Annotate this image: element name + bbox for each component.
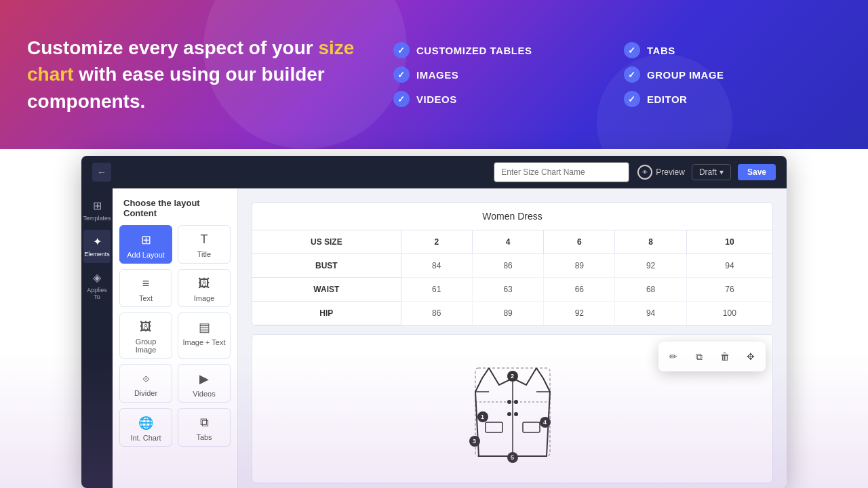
svg-point-7: [507, 400, 511, 404]
check-icon: ✓: [393, 42, 410, 58]
svg-point-8: [507, 412, 511, 416]
element-label: Text: [139, 294, 153, 302]
feature-item: ✓CUSTOMIZED TABLES: [393, 42, 610, 58]
hero-content: Customize every aspect of your size char…: [0, 0, 868, 149]
save-button[interactable]: Save: [738, 164, 776, 180]
app-body: ⊞Templates✦Elements◈Applies To Choose th…: [81, 188, 787, 488]
sidebar-item-elements[interactable]: ✦Elements: [83, 230, 111, 263]
copy-button[interactable]: ⧉: [687, 344, 711, 369]
hero-features: ✓CUSTOMIZED TABLES✓TABS✓IMAGES✓GROUP IMA…: [366, 42, 841, 107]
feature-label: EDITOR: [647, 94, 687, 105]
measure-dot-5: 5: [507, 452, 518, 463]
element-card-divider[interactable]: ⟐Divider: [119, 364, 172, 403]
table-cell: 89: [472, 302, 543, 325]
feature-label: GROUP IMAGE: [647, 69, 724, 81]
size-table: US SIZE246810BUST8486899294WAIST61636668…: [252, 230, 772, 325]
delete-button[interactable]: 🗑: [713, 344, 737, 369]
element-card-tabs[interactable]: ⧉Tabs: [178, 408, 231, 447]
preview-label: Preview: [656, 167, 685, 177]
element-icon: ▤: [199, 320, 210, 335]
sidebar-item-applies to[interactable]: ◈Applies To: [83, 266, 111, 306]
element-card-title[interactable]: TTitle: [178, 225, 231, 264]
element-card-add-layout[interactable]: ⊞Add Layout: [119, 225, 172, 264]
feature-label: TABS: [647, 45, 675, 56]
row-label: BUST: [252, 254, 401, 278]
left-panel: Choose the layout Content ⊞Add LayoutTTi…: [113, 188, 238, 488]
element-card-text[interactable]: ≡Text: [119, 269, 172, 307]
check-icon: ✓: [393, 91, 410, 107]
sidebar-item-templates[interactable]: ⊞Templates: [83, 194, 111, 227]
table-header: 8: [615, 230, 686, 254]
element-label: Group Image: [124, 338, 167, 354]
table-header: 10: [686, 230, 772, 254]
draft-label: Draft: [699, 167, 717, 177]
hero-heading: Customize every aspect of your size char…: [27, 35, 366, 115]
element-icon: ⊞: [141, 232, 151, 247]
element-icon: ▶: [199, 371, 209, 386]
measure-dot-4: 4: [540, 417, 551, 428]
svg-rect-5: [486, 422, 502, 432]
back-button[interactable]: ←: [92, 163, 111, 182]
table-row: BUST8486899294: [252, 254, 772, 278]
feature-item: ✓EDITOR: [624, 91, 841, 107]
sidebar-icon: ⊞: [93, 199, 102, 212]
table-header: 2: [401, 230, 472, 254]
measure-dot-1: 1: [477, 411, 488, 422]
element-card-int.-chart[interactable]: 🌐Int. Chart: [119, 408, 172, 447]
jacket-container: 2 1 3 4 5: [445, 341, 580, 476]
svg-point-10: [514, 412, 518, 416]
table-row: HIP86899294100: [252, 302, 772, 325]
element-icon: T: [201, 232, 208, 247]
element-card-videos[interactable]: ▶Videos: [178, 364, 231, 403]
table-row: WAIST6163666876: [252, 278, 772, 302]
measure-dot-3: 3: [469, 436, 480, 447]
sidebar: ⊞Templates✦Elements◈Applies To: [81, 188, 113, 488]
table-cell: 76: [686, 278, 772, 302]
svg-rect-6: [523, 422, 540, 432]
topbar-actions: 👁 Preview Draft ▾ Save: [637, 164, 776, 180]
feature-label: IMAGES: [416, 69, 458, 81]
check-icon: ✓: [393, 66, 410, 83]
element-label: Image: [194, 294, 215, 302]
sidebar-label: Applies To: [86, 287, 108, 300]
feature-label: CUSTOMIZED TABLES: [416, 45, 532, 56]
sidebar-label: Templates: [83, 215, 111, 222]
sidebar-label: Elements: [84, 251, 110, 258]
element-card-group-image[interactable]: 🖼Group Image: [119, 312, 172, 359]
element-icon: ⧉: [200, 415, 209, 430]
table-cell: 84: [401, 254, 472, 278]
table-header: US SIZE: [252, 230, 401, 254]
table-cell: 86: [472, 254, 543, 278]
table-title: Women Dress: [252, 203, 772, 230]
check-icon: ✓: [624, 42, 640, 58]
preview-button[interactable]: 👁 Preview: [637, 165, 685, 180]
element-card-image-+-text[interactable]: ▤Image + Text: [178, 312, 231, 359]
main-content[interactable]: Women Dress US SIZE246810BUST8486899294W…: [238, 188, 787, 488]
draft-chevron-icon: ▾: [719, 167, 724, 177]
element-icon: ≡: [142, 277, 150, 291]
table-header: 4: [472, 230, 543, 254]
table-cell: 92: [544, 302, 615, 325]
element-card-image[interactable]: 🖼Image: [178, 269, 231, 307]
topbar: ← 👁 Preview Draft ▾ Save: [81, 156, 787, 188]
draft-button[interactable]: Draft ▾: [692, 164, 731, 180]
preview-icon: 👁: [637, 165, 652, 180]
size-chart-name-input[interactable]: [494, 162, 629, 182]
element-icon: 🌐: [138, 415, 153, 430]
row-label: WAIST: [252, 278, 401, 302]
hero-text: Customize every aspect of your size char…: [27, 35, 366, 115]
element-icon: ⟐: [142, 371, 150, 386]
table-cell: 61: [401, 278, 472, 302]
element-label: Divider: [134, 389, 157, 397]
table-header: 6: [544, 230, 615, 254]
elements-grid: ⊞Add LayoutTTitle≡Text🖼Image🖼Group Image…: [113, 225, 237, 453]
check-icon: ✓: [624, 66, 640, 83]
move-button[interactable]: ✥: [738, 344, 763, 369]
edit-button[interactable]: ✏: [661, 344, 686, 369]
app-area: ← 👁 Preview Draft ▾ Save ⊞Templates✦Elem…: [81, 156, 787, 488]
feature-item: ✓VIDEOS: [393, 91, 610, 107]
element-label: Int. Chart: [130, 434, 161, 442]
measure-dot-2: 2: [507, 371, 518, 382]
hero-highlight: size chart: [27, 37, 354, 85]
float-toolbar: ✏ ⧉ 🗑 ✥: [658, 342, 766, 371]
